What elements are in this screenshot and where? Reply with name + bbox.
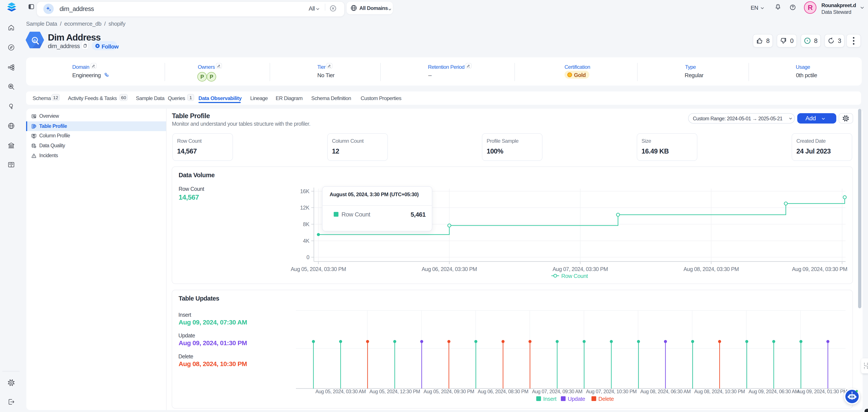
svg-text:Aug 08, 2024, 10:30 PM: Aug 08, 2024, 10:30 PM — [694, 389, 745, 394]
svg-text:Aug 05, 2024, 12:30 PM: Aug 05, 2024, 12:30 PM — [370, 389, 420, 394]
svg-text:12K: 12K — [300, 204, 310, 211]
svg-text:Aug 05, 2024, 03:30 AM: Aug 05, 2024, 03:30 AM — [315, 389, 366, 394]
svg-text:0: 0 — [307, 254, 309, 260]
svg-text:8K: 8K — [303, 221, 310, 227]
svg-text:Aug 09, 2024, 01:30 PM: Aug 09, 2024, 01:30 PM — [797, 389, 847, 394]
svg-text:16K: 16K — [300, 188, 310, 194]
svg-text:Aug 07, 2024, 10:30 PM: Aug 07, 2024, 10:30 PM — [586, 389, 637, 394]
svg-text:Aug 06, 2024, 08:30 PM: Aug 06, 2024, 08:30 PM — [478, 389, 528, 394]
svg-text:Aug 09, 2024, 03:30 PM: Aug 09, 2024, 03:30 PM — [792, 266, 847, 272]
svg-text:Aug 09, 2024, 06:30 AM: Aug 09, 2024, 06:30 AM — [748, 389, 799, 394]
svg-text:4K: 4K — [303, 238, 310, 244]
svg-text:Aug 07, 2024, 03:30 PM: Aug 07, 2024, 03:30 PM — [553, 266, 608, 272]
svg-text:Aug 06, 2024, 03:30 PM: Aug 06, 2024, 03:30 PM — [422, 266, 477, 272]
svg-text:Aug 05, 2024, 03:30 PM: Aug 05, 2024, 03:30 PM — [291, 266, 346, 272]
svg-text:Aug 07, 2024, 09:30 AM: Aug 07, 2024, 09:30 AM — [532, 389, 582, 394]
svg-text:Aug 08, 2024, 03:30 PM: Aug 08, 2024, 03:30 PM — [684, 266, 739, 272]
svg-text:Aug 08, 2024, 06:30 AM: Aug 08, 2024, 06:30 AM — [640, 389, 691, 394]
svg-text:Aug 05, 2024, 09:30 PM: Aug 05, 2024, 09:30 PM — [424, 389, 474, 394]
